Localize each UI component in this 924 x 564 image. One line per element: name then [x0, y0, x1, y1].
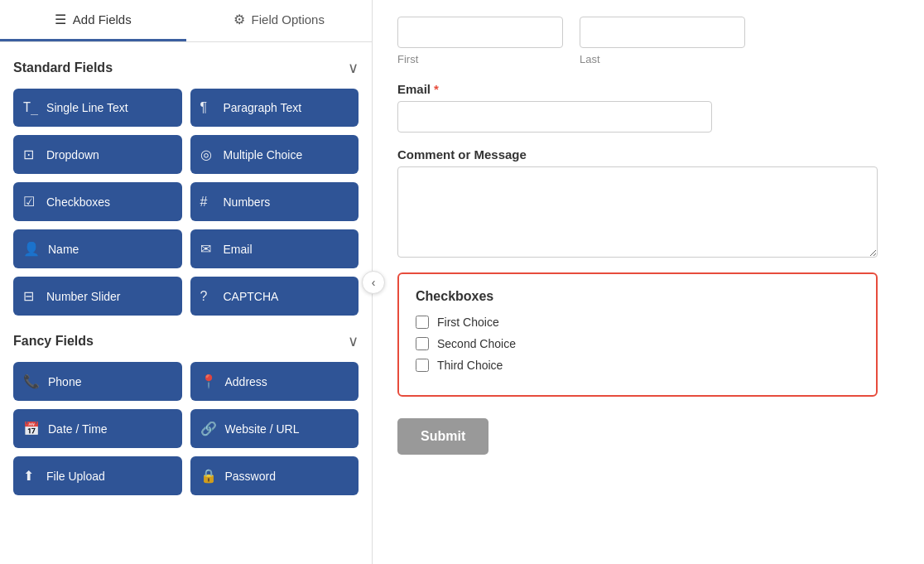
field-btn-single-line-text[interactable]: T̲ Single Line Text: [13, 89, 182, 127]
first-name-label: First: [397, 53, 563, 65]
field-btn-multiple-choice-label: Multiple Choice: [224, 148, 303, 161]
tabs-bar: ☰ Add Fields ⚙ Field Options: [0, 0, 372, 42]
fancy-fields-header: Fancy Fields ∨: [13, 332, 359, 350]
standard-fields-grid: T̲ Single Line Text ¶ Paragraph Text ⊡ D…: [13, 89, 359, 316]
fancy-fields-chevron[interactable]: ∨: [348, 332, 359, 350]
email-input[interactable]: [397, 101, 712, 133]
add-fields-icon: ☰: [55, 12, 66, 27]
single-line-text-icon: T̲: [23, 100, 38, 115]
name-field-row: First Last: [397, 17, 899, 65]
field-btn-number-slider[interactable]: ⊟ Number Slider: [13, 277, 182, 316]
first-name-group: First: [397, 17, 563, 65]
date-time-icon: 📅: [23, 421, 40, 436]
password-icon: 🔒: [200, 468, 217, 484]
fancy-fields-grid: 📞 Phone 📍 Address 📅 Date / Time 🔗 Websit…: [13, 362, 359, 495]
field-btn-captcha[interactable]: ? CAPTCHA: [190, 277, 359, 316]
email-btn-icon: ✉: [200, 241, 215, 257]
tab-field-options-label: Field Options: [252, 12, 325, 27]
field-btn-password-label: Password: [225, 470, 276, 483]
last-name-label: Last: [580, 53, 745, 65]
field-btn-dropdown[interactable]: ⊡ Dropdown: [13, 135, 182, 174]
tab-add-fields-label: Add Fields: [73, 12, 132, 27]
checkboxes-title: Checkboxes: [416, 289, 859, 304]
field-btn-dropdown-label: Dropdown: [46, 148, 99, 161]
field-btn-multiple-choice[interactable]: ◎ Multiple Choice: [190, 135, 359, 174]
last-name-input[interactable]: [580, 17, 745, 48]
field-btn-password[interactable]: 🔒 Password: [190, 456, 359, 495]
submit-button[interactable]: Submit: [397, 418, 488, 455]
phone-icon: 📞: [23, 374, 40, 389]
file-upload-icon: ⬆: [23, 468, 38, 484]
fancy-fields-title: Fancy Fields: [13, 334, 94, 349]
field-btn-address-label: Address: [225, 375, 267, 388]
left-panel: ☰ Add Fields ⚙ Field Options Standard Fi…: [0, 0, 373, 564]
field-btn-email[interactable]: ✉ Email: [190, 229, 359, 268]
captcha-icon: ?: [200, 289, 215, 304]
numbers-icon: #: [200, 195, 215, 210]
field-btn-website-url-label: Website / URL: [225, 422, 300, 436]
checkbox-1-label: First Choice: [437, 316, 499, 329]
checkbox-item-1: First Choice: [416, 316, 859, 329]
field-btn-single-line-text-label: Single Line Text: [46, 101, 128, 114]
field-btn-file-upload-label: File Upload: [46, 470, 105, 483]
field-btn-numbers[interactable]: # Numbers: [190, 182, 359, 221]
field-btn-phone[interactable]: 📞 Phone: [13, 362, 182, 401]
field-btn-email-label: Email: [224, 243, 253, 256]
checkbox-2[interactable]: [416, 337, 429, 350]
standard-fields-header: Standard Fields ∨: [13, 59, 359, 77]
address-icon: 📍: [200, 374, 217, 389]
comment-label: Comment or Message: [397, 147, 899, 161]
last-name-group: Last: [580, 17, 745, 65]
field-btn-name[interactable]: 👤 Name: [13, 229, 182, 268]
field-btn-checkboxes-label: Checkboxes: [46, 195, 110, 209]
fields-content: Standard Fields ∨ T̲ Single Line Text ¶ …: [0, 42, 372, 564]
checkbox-item-3: Third Choice: [416, 359, 859, 372]
name-icon: 👤: [23, 241, 40, 257]
first-name-input[interactable]: [397, 17, 563, 48]
field-btn-paragraph-text-label: Paragraph Text: [224, 101, 302, 114]
field-btn-number-slider-label: Number Slider: [46, 290, 120, 303]
checkbox-1[interactable]: [416, 316, 429, 329]
field-btn-address[interactable]: 📍 Address: [190, 362, 359, 401]
standard-fields-chevron[interactable]: ∨: [348, 59, 359, 77]
multiple-choice-icon: ◎: [200, 147, 215, 162]
checkbox-item-2: Second Choice: [416, 337, 859, 350]
email-group: Email*: [397, 82, 899, 133]
field-btn-numbers-label: Numbers: [224, 195, 271, 209]
tab-add-fields[interactable]: ☰ Add Fields: [0, 0, 186, 41]
checkbox-3[interactable]: [416, 359, 429, 372]
comment-textarea[interactable]: [397, 166, 878, 258]
collapse-panel-arrow[interactable]: ‹: [362, 271, 385, 294]
right-panel: First Last Email* Comment or Message Che…: [373, 0, 924, 564]
checkbox-3-label: Third Choice: [437, 359, 503, 372]
field-btn-file-upload[interactable]: ⬆ File Upload: [13, 456, 182, 495]
email-required-marker: *: [434, 82, 439, 96]
field-btn-website-url[interactable]: 🔗 Website / URL: [190, 409, 359, 448]
field-btn-date-time[interactable]: 📅 Date / Time: [13, 409, 182, 448]
field-btn-date-time-label: Date / Time: [48, 422, 108, 436]
checkboxes-icon: ☑: [23, 194, 38, 210]
field-options-icon: ⚙: [233, 12, 245, 27]
field-btn-paragraph-text[interactable]: ¶ Paragraph Text: [190, 89, 359, 127]
dropdown-icon: ⊡: [23, 147, 38, 162]
tab-field-options[interactable]: ⚙ Field Options: [186, 0, 373, 41]
checkbox-2-label: Second Choice: [437, 337, 516, 350]
field-btn-captcha-label: CAPTCHA: [224, 290, 279, 303]
standard-fields-title: Standard Fields: [13, 60, 113, 75]
website-url-icon: 🔗: [200, 421, 217, 436]
checkboxes-section: Checkboxes First Choice Second Choice Th…: [397, 272, 878, 397]
field-btn-name-label: Name: [48, 243, 79, 256]
email-label: Email*: [397, 82, 899, 96]
field-btn-checkboxes[interactable]: ☑ Checkboxes: [13, 182, 182, 221]
field-btn-phone-label: Phone: [48, 375, 81, 388]
paragraph-text-icon: ¶: [200, 100, 215, 115]
comment-group: Comment or Message: [397, 147, 899, 258]
number-slider-icon: ⊟: [23, 288, 38, 304]
